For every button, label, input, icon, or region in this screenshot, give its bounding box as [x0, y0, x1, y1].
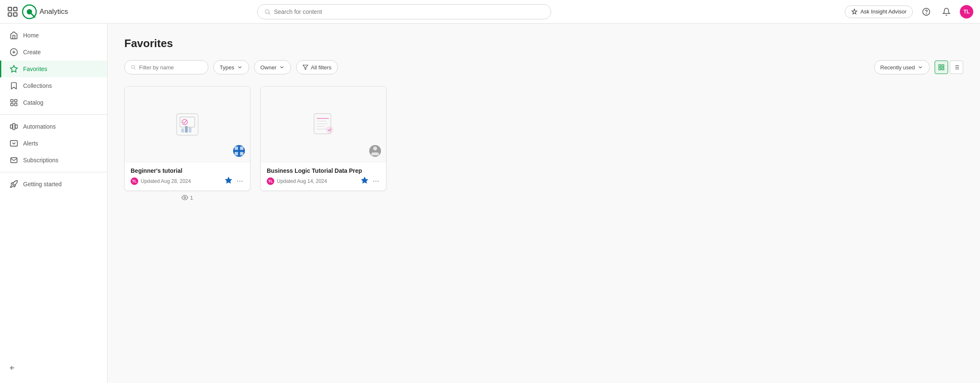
card-actions-1 — [225, 177, 244, 185]
sidebar-label-catalog: Catalog — [23, 99, 43, 106]
types-filter-button[interactable]: Types — [213, 60, 249, 74]
page-title: Favorites — [124, 37, 963, 50]
filter-by-name-input[interactable] — [139, 64, 202, 71]
card-thumbnail-1 — [125, 87, 250, 162]
svg-rect-18 — [15, 103, 17, 106]
card-wrapper-1: Beginner's tutorial TL Updated Aug 28, 2… — [124, 86, 250, 201]
sort-label: Recently used — [880, 64, 915, 71]
svg-point-63 — [376, 180, 376, 181]
sidebar-item-home[interactable]: Home — [0, 27, 107, 44]
list-view-icon — [953, 64, 960, 71]
svg-rect-31 — [942, 68, 944, 70]
card-name-2: Business Logic Tutorial Data Prep — [267, 167, 380, 174]
search-bar[interactable] — [257, 4, 551, 19]
qlik-logo[interactable]: Analytics — [22, 4, 68, 19]
svg-rect-44 — [235, 147, 238, 150]
more-options-button-2[interactable] — [372, 177, 380, 185]
svg-rect-28 — [939, 65, 941, 67]
svg-point-7 — [265, 9, 269, 13]
app-thumbnail-icon — [174, 111, 201, 138]
card-thumbnail-2 — [261, 87, 386, 162]
sidebar-divider — [0, 114, 107, 115]
sidebar-item-favorites[interactable]: Favorites — [0, 61, 107, 77]
card-updated-2: Updated Aug 14, 2024 — [277, 178, 327, 184]
sidebar-label-automations: Automations — [23, 123, 56, 130]
cards-grid: Beginner's tutorial TL Updated Aug 28, 2… — [124, 86, 963, 201]
sidebar-label-getting-started: Getting started — [23, 181, 62, 188]
grid-view-button[interactable] — [935, 61, 948, 74]
chevron-down-icon-2 — [279, 64, 285, 70]
card-meta-1: TL Updated Aug 28, 2024 — [131, 177, 244, 185]
search-input[interactable] — [274, 8, 544, 15]
sidebar-label-collections: Collections — [23, 82, 52, 89]
collapse-sidebar-button[interactable] — [0, 359, 107, 376]
help-icon — [922, 8, 930, 16]
svg-rect-17 — [11, 103, 13, 106]
svg-point-10 — [926, 13, 927, 13]
more-options-button-1[interactable] — [236, 177, 244, 185]
card-beginners-tutorial[interactable]: Beginner's tutorial TL Updated Aug 28, 2… — [124, 86, 250, 191]
sidebar-item-create[interactable]: Create — [0, 44, 107, 61]
star-icon — [10, 65, 18, 73]
card-wrapper-2: Business Logic Tutorial Data Prep TL Upd… — [260, 86, 386, 201]
all-filters-button[interactable]: All filters — [296, 60, 338, 74]
svg-marker-48 — [226, 177, 232, 183]
grid-menu-icon[interactable] — [7, 6, 18, 18]
app-badge-icon — [233, 137, 245, 164]
svg-rect-16 — [15, 100, 17, 102]
sidebar-item-alerts[interactable]: Alerts — [0, 135, 107, 152]
owner-label: Owner — [260, 64, 276, 71]
sidebar-label-alerts: Alerts — [23, 140, 38, 147]
all-filters-label: All filters — [311, 64, 331, 71]
sidebar-bottom — [0, 356, 107, 380]
star-button-2[interactable] — [361, 177, 368, 185]
svg-rect-41 — [181, 128, 184, 132]
card-meta-avatar-2: TL — [267, 177, 274, 185]
sidebar-label-subscriptions: Subscriptions — [23, 157, 58, 164]
app-name: Analytics — [39, 8, 68, 16]
view-toggle — [935, 61, 963, 74]
help-button[interactable] — [920, 5, 933, 18]
svg-line-26 — [134, 68, 135, 69]
notifications-button[interactable] — [940, 5, 953, 18]
rocket-icon — [10, 180, 18, 188]
svg-point-60 — [373, 147, 377, 151]
filter-input-container[interactable] — [124, 60, 208, 74]
sidebar-item-collections[interactable]: Collections — [0, 77, 107, 94]
data-badge-icon — [369, 137, 381, 164]
svg-rect-43 — [189, 127, 191, 132]
chevron-down-icon — [237, 64, 243, 70]
filter-bar: Types Owner All filters Recently use — [124, 60, 963, 74]
user-avatar[interactable]: TL — [960, 5, 973, 18]
automations-icon — [10, 122, 18, 131]
sidebar-item-automations[interactable]: Automations — [0, 118, 107, 135]
svg-marker-61 — [362, 177, 368, 183]
svg-marker-27 — [303, 65, 308, 70]
views-icon — [181, 194, 188, 201]
svg-rect-22 — [11, 140, 18, 146]
card-views-1: 1 — [124, 191, 250, 201]
card-meta-avatar-1: TL — [131, 177, 138, 185]
sidebar: Home Create Favorites Collections — [0, 24, 108, 383]
insight-label: Ask Insight Advisor — [860, 8, 906, 15]
svg-rect-19 — [11, 125, 13, 128]
owner-filter-button[interactable]: Owner — [254, 60, 291, 74]
card-business-logic[interactable]: Business Logic Tutorial Data Prep TL Upd… — [260, 86, 386, 191]
sidebar-item-subscriptions[interactable]: Subscriptions — [0, 152, 107, 169]
sidebar-label-favorites: Favorites — [23, 66, 47, 72]
grid-view-icon — [938, 64, 945, 71]
subscriptions-icon — [10, 156, 18, 164]
sidebar-item-catalog[interactable]: Catalog — [0, 94, 107, 111]
main-content: Favorites Types Owner — [108, 24, 980, 383]
svg-rect-2 — [8, 13, 12, 16]
sidebar-item-getting-started[interactable]: Getting started — [0, 176, 107, 193]
svg-rect-30 — [939, 68, 941, 70]
svg-point-64 — [378, 180, 378, 181]
card-footer-1: Beginner's tutorial TL Updated Aug 28, 2… — [125, 162, 250, 190]
star-button-1[interactable] — [225, 177, 232, 185]
sort-button[interactable]: Recently used — [874, 60, 930, 74]
views-count: 1 — [190, 195, 193, 201]
insight-advisor-button[interactable]: Ask Insight Advisor — [845, 5, 913, 18]
list-view-button[interactable] — [950, 61, 963, 74]
svg-rect-1 — [13, 7, 17, 11]
